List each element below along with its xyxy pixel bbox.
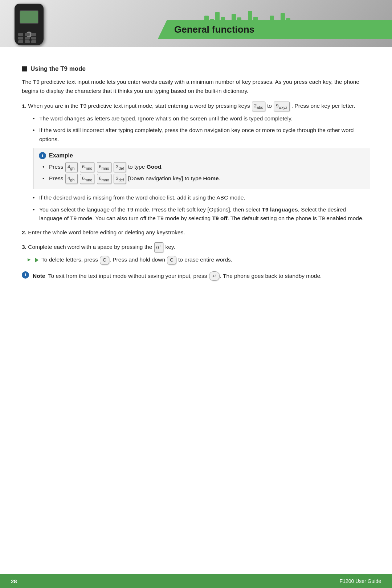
key-end-call: ↩ [209, 271, 220, 281]
bullet-language: You can select the language of the T9 mo… [33, 205, 370, 223]
key-9wxyz: 9wxyz [274, 102, 289, 111]
example-home: Press 4ghi 6mno 6mno 3def [Down navigati… [42, 174, 365, 184]
step3-sub-bullets: To delete letters, press C. Press and ho… [28, 255, 370, 264]
page-title: General functions [174, 24, 254, 35]
key-c-1: C [100, 256, 109, 265]
step1-number: 1. [22, 103, 26, 109]
bullet-incorrect-word: If the word is still incorrect after typ… [33, 126, 370, 144]
note-label: Note [33, 272, 45, 279]
bullet-missing-word: If the desired word is missing from the … [33, 193, 370, 202]
step1-text: 1. When you are in the T9 predictive tex… [22, 102, 370, 111]
info-icon: i [39, 152, 46, 159]
key-c-2: C [167, 256, 176, 265]
step1-to: to [267, 103, 273, 109]
key-4ghi-1: 4ghi [65, 162, 78, 172]
page-footer: 28 F1200 User Guide [0, 574, 392, 588]
example-heading: i Example [39, 152, 365, 159]
section-heading: Using the T9 mode [22, 65, 370, 73]
step-3: 3. Complete each word with a space by pr… [22, 242, 370, 264]
footer-guide-title: F1200 User Guide [340, 578, 381, 584]
step2-body: Enter the whole word before editing or d… [28, 229, 185, 235]
key-3def-1: 3def [114, 162, 126, 172]
note-box: i Note To exit from the text input mode … [22, 271, 370, 281]
step1-body: When you are in the T9 predictive text i… [28, 103, 355, 109]
footer-page-number: 28 [11, 578, 17, 584]
step-1: 1. When you are in the T9 predictive tex… [22, 102, 370, 223]
key-4ghi-2: 4ghi [65, 174, 78, 184]
sub-bullet-delete: To delete letters, press C. Press and ho… [28, 255, 370, 264]
step3-text: 3. Complete each word with a space by pr… [22, 242, 370, 252]
intro-paragraph: The T9 predictive text input mode lets y… [22, 78, 370, 96]
sub-delete-icon [35, 256, 40, 263]
key-6mno-1: 6mno [80, 162, 94, 172]
key-6mno-2: 6mno [97, 162, 111, 172]
example-box: i Example Press 4ghi 6mno 6mno 3def to t… [33, 148, 370, 189]
section-title: Using the T9 mode [30, 65, 86, 73]
example-label: Example [49, 152, 73, 159]
step2-text: 2. Enter the whole word before editing o… [22, 228, 370, 237]
bullet-word-changes: The word changes as letters are typed. I… [33, 114, 370, 123]
title-band: General functions [167, 20, 392, 39]
section-marker [22, 66, 27, 71]
example-good: Press 4ghi 6mno 6mno 3def to type Good. [42, 162, 365, 172]
main-content: Using the T9 mode The T9 predictive text… [0, 47, 392, 303]
key-3def-2: 3def [114, 174, 126, 184]
key-2abc: 2abc [252, 102, 265, 111]
note-info-icon: i [22, 271, 29, 279]
step1-more-bullets: If the desired word is missing from the … [33, 193, 370, 223]
page-header: General functions [0, 0, 392, 47]
step1-bullets: The word changes as letters are typed. I… [33, 114, 370, 144]
word-home: Home [203, 175, 219, 181]
key-0plus: 0+ [154, 242, 164, 252]
key-6mno-3: 6mno [80, 174, 94, 184]
step3-body: Complete each word with a space by press… [28, 244, 175, 250]
example-list: Press 4ghi 6mno 6mno 3def to type Good. … [42, 162, 365, 184]
word-good: Good [147, 164, 161, 170]
t9-languages-bold: T9 languages [262, 206, 298, 213]
step-2: 2. Enter the whole word before editing o… [22, 228, 370, 237]
note-content: Note To exit from the text input mode wi… [33, 271, 370, 281]
key-6mno-4: 6mno [97, 174, 111, 184]
step3-number: 3. [22, 244, 26, 250]
phone-image [7, 2, 54, 47]
step2-number: 2. [22, 229, 26, 235]
t9-off-bold: T9 off [212, 215, 228, 221]
